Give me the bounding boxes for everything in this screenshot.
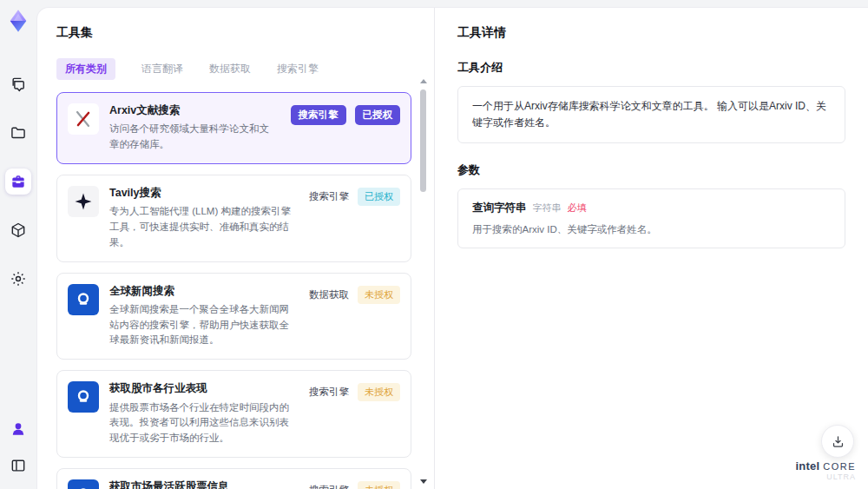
intro-box: 一个用于从Arxiv存储库搜索科学论文和文章的工具。 输入可以是Arxiv ID… [457, 86, 845, 143]
intro-text: 一个用于从Arxiv存储库搜索科学论文和文章的工具。 输入可以是Arxiv ID… [472, 98, 831, 131]
tab-search-engine[interactable]: 搜索引擎 [277, 58, 319, 80]
user-icon[interactable] [5, 416, 31, 442]
tool-description: 全球新闻搜索是一个聚合全球各大新闻网站内容的搜索引擎，帮助用户快速获取全球最新资… [109, 302, 297, 348]
category-badge: 搜索引擎 [309, 386, 349, 399]
category-tabs: 所有类别 语言翻译 数据获取 搜索引擎 [56, 58, 434, 80]
tool-name: Arxiv文献搜索 [109, 103, 279, 117]
brand-intel-text: intel [795, 460, 819, 472]
tab-data-fetch[interactable]: 数据获取 [209, 58, 251, 80]
tab-all-categories[interactable]: 所有类别 [56, 58, 115, 80]
package-icon[interactable] [5, 217, 31, 243]
param-required-badge: 必填 [568, 202, 587, 215]
news-app-icon [68, 284, 99, 315]
tool-card[interactable]: Arxiv文献搜索 访问各个研究领域大量科学论文和文章的存储库。 搜索引擎 已授… [56, 92, 411, 164]
brand-ultra-text: ULTRA [795, 473, 856, 482]
tool-list-pane: 工具集 所有类别 语言翻译 数据获取 搜索引擎 A [37, 8, 435, 489]
param-description: 用于搜索的Arxiv ID、关键字或作者姓名。 [472, 223, 831, 236]
params-heading: 参数 [457, 162, 845, 178]
category-badge: 数据获取 [309, 288, 349, 301]
stock-app-icon [68, 381, 99, 413]
scroll-up-arrow[interactable] [420, 79, 427, 83]
detail-title: 工具详情 [457, 25, 845, 41]
tool-description: 访问各个研究领域大量科学论文和文章的存储库。 [109, 122, 279, 153]
category-badge: 搜索引擎 [309, 190, 349, 203]
chat-icon[interactable] [5, 71, 31, 97]
settings-icon[interactable] [5, 266, 31, 292]
panel-icon[interactable] [5, 453, 31, 479]
list-scrollbar[interactable] [419, 79, 427, 484]
toolbox-icon[interactable] [5, 169, 31, 195]
tab-translation[interactable]: 语言翻译 [141, 58, 183, 80]
stock-app-icon [68, 479, 99, 489]
intel-core-logo: intel CORE ULTRA [795, 460, 856, 482]
tool-name: 全球新闻搜索 [109, 284, 297, 298]
main-panel: 工具集 所有类别 语言翻译 数据获取 搜索引擎 A [36, 7, 868, 489]
tool-card[interactable]: 全球新闻搜索 全球新闻搜索是一个聚合全球各大新闻网站内容的搜索引擎，帮助用户快速… [56, 273, 411, 360]
arxiv-icon [68, 103, 99, 135]
download-button[interactable] [821, 425, 854, 458]
scroll-down-arrow[interactable] [420, 479, 427, 484]
param-box: 查询字符串 字符串 必填 用于搜索的Arxiv ID、关键字或作者姓名。 [457, 188, 845, 248]
tool-card-list: Arxiv文献搜索 访问各个研究领域大量科学论文和文章的存储库。 搜索引擎 已授… [56, 92, 434, 489]
tool-card[interactable]: Tavily搜索 专为人工智能代理 (LLM) 构建的搜索引擎工具，可快速提供实… [56, 175, 411, 262]
folder-icon[interactable] [5, 120, 31, 146]
brand-core-text: CORE [823, 461, 856, 472]
tool-card[interactable]: 获取股市各行业表现 提供股票市场各个行业在特定时间段内的表现。投资者可以利用这些… [56, 370, 411, 458]
tool-detail-pane: 工具详情 工具介绍 一个用于从Arxiv存储库搜索科学论文和文章的工具。 输入可… [435, 8, 868, 489]
download-icon [831, 434, 845, 449]
intro-heading: 工具介绍 [457, 60, 845, 76]
status-badge: 已授权 [355, 105, 401, 125]
category-badge: 搜索引擎 [291, 105, 346, 125]
app-logo-icon[interactable] [6, 9, 30, 33]
tool-description: 专为人工智能代理 (LLM) 构建的搜索引擎工具，可快速提供实时、准确和真实的结… [109, 204, 297, 250]
scrollbar-thumb[interactable] [420, 89, 426, 192]
app-window: 工具集 所有类别 语言翻译 数据获取 搜索引擎 A [0, 0, 868, 489]
status-badge: 未授权 [358, 286, 400, 304]
category-badge: 搜索引擎 [309, 484, 349, 489]
param-type: 字符串 [533, 202, 562, 215]
status-badge: 已授权 [358, 188, 400, 206]
left-icon-rail [0, 0, 36, 489]
tool-name: 获取股市各行业表现 [109, 381, 297, 395]
tool-name: Tavily搜索 [109, 186, 297, 200]
tool-name: 获取市场最活跃股票信息 [109, 479, 297, 489]
page-title: 工具集 [56, 25, 434, 41]
param-name: 查询字符串 [472, 201, 527, 215]
tavily-icon [68, 186, 99, 217]
status-badge: 未授权 [358, 481, 400, 489]
tool-card[interactable]: 获取市场最活跃股票信息 提供当天交易量最高的股票列表，投资者可以利用这些信息来识… [56, 468, 411, 489]
tool-description: 提供股票市场各个行业在特定时间段内的表现。投资者可以利用这些信息来识别表现优于或… [109, 400, 297, 446]
status-badge: 未授权 [358, 383, 400, 401]
